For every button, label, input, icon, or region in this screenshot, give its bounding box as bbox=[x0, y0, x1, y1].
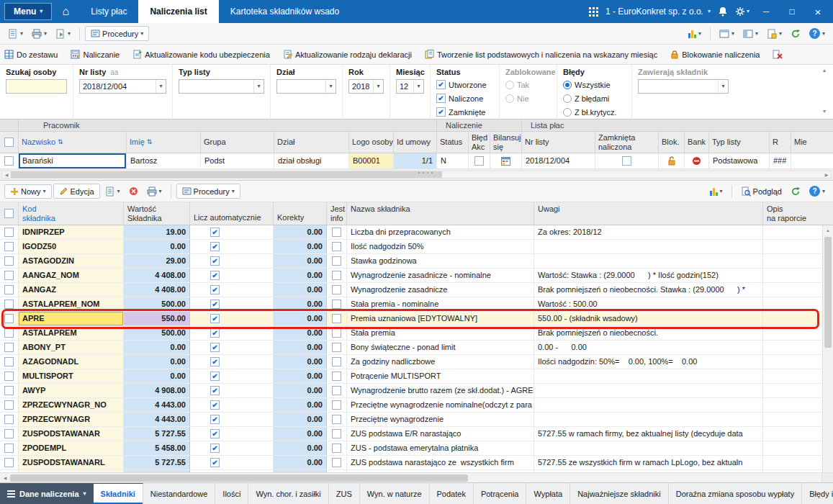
tab-naliczenia-list[interactable]: Naliczenia list bbox=[138, 0, 218, 23]
row-select-cell[interactable] bbox=[0, 456, 19, 469]
cell-uwagi[interactable] bbox=[534, 413, 763, 426]
cell-logo-osoby[interactable]: B00001 bbox=[349, 153, 394, 168]
do-zestawu-button[interactable]: Do zestawu bbox=[4, 50, 58, 59]
cell-kod[interactable]: ASTALAPREM bbox=[19, 326, 124, 340]
cell-licz-automatycznie[interactable] bbox=[190, 398, 274, 412]
checkbox-icon[interactable] bbox=[332, 271, 341, 280]
cell-korekty[interactable]: 0.00 bbox=[274, 341, 327, 354]
cell-wartosc[interactable]: 5 727.55 bbox=[124, 456, 190, 469]
cell-zamknieta[interactable] bbox=[595, 153, 659, 168]
maximize-button[interactable] bbox=[783, 6, 801, 17]
cell-nazwa-skladnika[interactable]: Bony świąteczne - ponad limit bbox=[347, 341, 534, 354]
column-header-bank[interactable]: Bank bbox=[685, 132, 709, 153]
print-button[interactable] bbox=[28, 26, 50, 42]
row-select-cell[interactable] bbox=[0, 427, 19, 441]
cell-licz-automatycznie[interactable] bbox=[190, 470, 274, 472]
cell-kod[interactable]: ZPRZECWYNAGR bbox=[19, 413, 124, 426]
cell-opis-na-raporcie[interactable] bbox=[763, 470, 822, 472]
cell-licz-automatycznie[interactable] bbox=[190, 240, 274, 253]
component-row[interactable]: AANGAZ_NOM 4 408.00 0.00 Wynagrodzenie z… bbox=[0, 269, 822, 283]
component-row[interactable]: ZUSPODSTAWANAR 5 727.55 0.00 ZUS podstaw… bbox=[0, 427, 822, 441]
cell-jest-info[interactable] bbox=[327, 326, 347, 340]
cell-kod[interactable]: AANGAZ bbox=[19, 283, 124, 297]
row-select-cell[interactable] bbox=[0, 297, 19, 311]
cell-nazwa-skladnika[interactable]: Przeciętne wynagrodzenie bbox=[347, 413, 534, 426]
scrollbar-thumb[interactable] bbox=[824, 237, 832, 348]
help-lower-button[interactable] bbox=[806, 183, 829, 199]
match-case-icon[interactable] bbox=[110, 68, 118, 76]
filter-preset-button[interactable] bbox=[763, 26, 785, 42]
cell-opis-na-raporcie[interactable] bbox=[763, 398, 822, 412]
cell-korekty[interactable]: 0.00 bbox=[274, 470, 327, 472]
column-header-logo-osoby[interactable]: Logo osoby bbox=[349, 132, 394, 153]
cell-wartosc[interactable]: 5 458.00 bbox=[124, 441, 190, 455]
column-header-opis[interactable]: Opisna raporcie bbox=[763, 202, 833, 225]
company-selector[interactable]: 1 - EuroKonkret sp. z o.o. bbox=[605, 6, 711, 17]
checkbox-checked-icon[interactable] bbox=[210, 285, 220, 294]
home-icon[interactable] bbox=[55, 5, 76, 18]
cell-korekty[interactable]: 0.00 bbox=[274, 413, 327, 426]
cell-nr-listy[interactable]: 2018/12/004 bbox=[522, 153, 595, 168]
component-row[interactable]: APRE 550.00 0.00 Premia uznaniowa [EDYTO… bbox=[0, 312, 822, 326]
component-row[interactable]: AANGAZ 4 408.00 0.00 Wynagrodzenie zasad… bbox=[0, 283, 822, 297]
cell-opis-na-raporcie[interactable] bbox=[763, 384, 822, 397]
component-row[interactable]: ASTALAPREM_NOM 500.00 0.00 Stała premia … bbox=[0, 297, 822, 312]
cell-dzial[interactable]: dział obsługi bbox=[274, 153, 349, 168]
rok-select[interactable]: 2018 bbox=[348, 79, 384, 94]
cell-opis-na-raporcie[interactable] bbox=[763, 369, 822, 383]
column-header-blok[interactable]: Blok. bbox=[659, 132, 685, 153]
cell-nazwa-skladnika[interactable]: Stała premia bbox=[347, 326, 534, 340]
cell-opis-na-raporcie[interactable] bbox=[763, 456, 822, 469]
cell-licz-automatycznie[interactable] bbox=[190, 413, 274, 426]
cell-opis-na-raporcie[interactable] bbox=[763, 297, 822, 311]
cell-jest-info[interactable] bbox=[327, 341, 347, 354]
component-row[interactable]: ZUSPODSTAWANARL 5 727.55 0.00 ZUS podsta… bbox=[0, 456, 822, 470]
component-row[interactable]: ZPRZECWYNAGR_NO 4 443.00 0.00 Przeciętne… bbox=[0, 398, 822, 413]
column-header-grupa[interactable]: Grupa bbox=[201, 132, 274, 153]
cell-uwagi[interactable]: 0.00 - 0.00 bbox=[534, 341, 763, 354]
cell-opis-na-raporcie[interactable] bbox=[763, 283, 822, 297]
component-row[interactable]: MULTISPORT 0.00 0.00 Potrącenie MULTISPO… bbox=[0, 369, 822, 384]
cell-nazwa-skladnika[interactable]: Przeciętne wynagrodzenie nominalne(odczy… bbox=[347, 398, 534, 412]
checkbox-icon[interactable] bbox=[332, 372, 341, 381]
checkbox-checked-icon[interactable] bbox=[210, 271, 220, 280]
scroll-left-arrow[interactable]: ◀ bbox=[2, 172, 11, 177]
vertical-scrollbar[interactable]: ▲ bbox=[822, 225, 833, 472]
cell-licz-automatycznie[interactable] bbox=[190, 283, 274, 297]
cell-korekty[interactable]: 0.00 bbox=[274, 326, 327, 340]
row-select-cell[interactable] bbox=[0, 398, 19, 412]
column-header-wartosc[interactable]: WartośćSkładnika bbox=[124, 202, 190, 225]
scrollbar-thumb[interactable] bbox=[10, 474, 468, 482]
checkbox-checked-icon[interactable] bbox=[210, 458, 220, 467]
column-header-jest-info[interactable]: Jestinfo bbox=[327, 202, 347, 225]
checkbox-icon[interactable] bbox=[332, 386, 341, 395]
row-select-cell[interactable] bbox=[0, 269, 19, 282]
row-select-cell[interactable] bbox=[0, 384, 19, 397]
close-button[interactable] bbox=[809, 6, 827, 18]
cell-opis-na-raporcie[interactable] bbox=[763, 225, 822, 239]
delete-row-button[interactable] bbox=[125, 184, 142, 199]
tab-kartoteka-skladnikow[interactable]: Kartoteka składników wsado bbox=[219, 0, 351, 23]
blokowanie-button[interactable]: Blokowanie naliczenia bbox=[670, 50, 760, 59]
cell-opis-na-raporcie[interactable] bbox=[763, 254, 822, 268]
checkbox-checked-icon[interactable] bbox=[210, 357, 220, 366]
column-header-typ-listy[interactable]: Typ listy bbox=[709, 132, 770, 153]
bledy-krytyczne-option[interactable]: Z bł.krytycz. bbox=[563, 107, 626, 117]
cell-licz-automatycznie[interactable] bbox=[190, 297, 274, 311]
component-row[interactable]: ASTALAPREM 500.00 0.00 Stała premia Brak… bbox=[0, 326, 822, 341]
zablokowane-tak-option[interactable]: Tak bbox=[505, 79, 551, 90]
typ-listy-select[interactable] bbox=[179, 79, 264, 94]
cell-jest-info[interactable] bbox=[327, 413, 347, 426]
cell-wartosc[interactable]: 11 185.55 bbox=[124, 470, 190, 472]
horizontal-scrollbar[interactable]: ◀ bbox=[0, 472, 833, 482]
cell-wartosc[interactable]: 550.00 bbox=[124, 312, 190, 325]
cell-nazwa-skladnika[interactable]: Stawka godzinowa bbox=[347, 254, 534, 268]
cell-licz-automatycznie[interactable] bbox=[190, 254, 274, 268]
cell-opis-na-raporcie[interactable] bbox=[763, 427, 822, 441]
checkbox-icon[interactable] bbox=[332, 343, 341, 352]
apps-grid-icon[interactable] bbox=[589, 7, 598, 17]
bell-icon[interactable] bbox=[718, 6, 728, 17]
cell-bled-akc[interactable] bbox=[469, 153, 490, 168]
cell-korekty[interactable]: 0.00 bbox=[274, 269, 327, 282]
bottom-tab[interactable]: Doraźna zmiana sposobu wypłaty bbox=[669, 483, 802, 504]
